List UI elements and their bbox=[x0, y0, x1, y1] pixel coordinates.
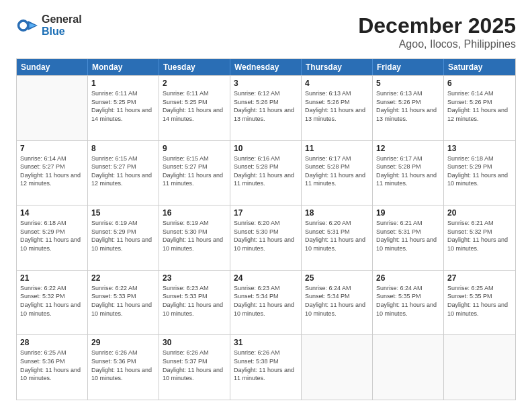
calendar-row-2: 7Sunrise: 6:14 AMSunset: 5:27 PMDaylight… bbox=[17, 140, 515, 205]
header-day-thursday: Thursday bbox=[302, 59, 373, 75]
cal-cell-empty-4-5 bbox=[373, 335, 444, 400]
svg-point-1 bbox=[19, 21, 27, 29]
day-info: Sunrise: 6:23 AMSunset: 5:33 PMDaylight:… bbox=[163, 284, 226, 318]
cal-cell-empty-0-0 bbox=[17, 76, 88, 140]
day-info: Sunrise: 6:24 AMSunset: 5:34 PMDaylight:… bbox=[305, 284, 369, 318]
cal-cell-23: 23Sunrise: 6:23 AMSunset: 5:33 PMDayligh… bbox=[159, 271, 230, 335]
day-number: 22 bbox=[91, 273, 155, 283]
calendar-row-5: 28Sunrise: 6:25 AMSunset: 5:36 PMDayligh… bbox=[17, 334, 515, 400]
day-number: 12 bbox=[376, 144, 440, 153]
day-number: 31 bbox=[234, 338, 298, 347]
cal-cell-13: 13Sunrise: 6:18 AMSunset: 5:29 PMDayligh… bbox=[444, 141, 515, 205]
cal-cell-31: 31Sunrise: 6:26 AMSunset: 5:38 PMDayligh… bbox=[230, 335, 302, 400]
cal-cell-18: 18Sunrise: 6:20 AMSunset: 5:31 PMDayligh… bbox=[302, 205, 373, 270]
day-info: Sunrise: 6:22 AMSunset: 5:33 PMDaylight:… bbox=[91, 284, 155, 318]
day-number: 30 bbox=[163, 338, 226, 347]
day-info: Sunrise: 6:25 AMSunset: 5:36 PMDaylight:… bbox=[20, 349, 84, 382]
day-info: Sunrise: 6:12 AMSunset: 5:26 PMDaylight:… bbox=[234, 89, 298, 123]
day-number: 28 bbox=[20, 338, 84, 347]
day-info: Sunrise: 6:13 AMSunset: 5:26 PMDaylight:… bbox=[305, 89, 369, 123]
day-number: 13 bbox=[447, 144, 512, 153]
day-info: Sunrise: 6:23 AMSunset: 5:34 PMDaylight:… bbox=[234, 284, 298, 318]
day-info: Sunrise: 6:15 AMSunset: 5:27 PMDaylight:… bbox=[163, 154, 226, 188]
cal-cell-22: 22Sunrise: 6:22 AMSunset: 5:33 PMDayligh… bbox=[88, 271, 159, 335]
cal-cell-10: 10Sunrise: 6:16 AMSunset: 5:28 PMDayligh… bbox=[230, 141, 302, 205]
day-number: 4 bbox=[305, 79, 369, 88]
header-day-wednesday: Wednesday bbox=[230, 59, 302, 75]
calendar-row-1: 1Sunrise: 6:11 AMSunset: 5:25 PMDaylight… bbox=[17, 75, 515, 140]
header-day-monday: Monday bbox=[88, 59, 159, 75]
cal-cell-29: 29Sunrise: 6:26 AMSunset: 5:36 PMDayligh… bbox=[88, 335, 159, 400]
day-number: 25 bbox=[305, 273, 369, 283]
day-info: Sunrise: 6:25 AMSunset: 5:35 PMDaylight:… bbox=[447, 284, 512, 318]
cal-cell-11: 11Sunrise: 6:17 AMSunset: 5:28 PMDayligh… bbox=[302, 141, 373, 205]
cal-cell-30: 30Sunrise: 6:26 AMSunset: 5:37 PMDayligh… bbox=[159, 335, 230, 400]
cal-cell-12: 12Sunrise: 6:17 AMSunset: 5:28 PMDayligh… bbox=[373, 141, 444, 205]
day-number: 29 bbox=[91, 338, 155, 347]
title-block: December 2025 Agoo, Ilocos, Philippines bbox=[358, 13, 516, 50]
cal-cell-19: 19Sunrise: 6:21 AMSunset: 5:31 PMDayligh… bbox=[373, 205, 444, 270]
page-subtitle: Agoo, Ilocos, Philippines bbox=[358, 38, 516, 50]
day-info: Sunrise: 6:13 AMSunset: 5:26 PMDaylight:… bbox=[376, 89, 440, 123]
day-info: Sunrise: 6:26 AMSunset: 5:37 PMDaylight:… bbox=[163, 349, 226, 382]
day-number: 9 bbox=[163, 144, 226, 153]
day-info: Sunrise: 6:11 AMSunset: 5:25 PMDaylight:… bbox=[163, 89, 226, 123]
day-number: 24 bbox=[234, 273, 298, 283]
cal-cell-16: 16Sunrise: 6:19 AMSunset: 5:30 PMDayligh… bbox=[159, 205, 230, 270]
cal-cell-20: 20Sunrise: 6:21 AMSunset: 5:32 PMDayligh… bbox=[444, 205, 515, 270]
day-info: Sunrise: 6:14 AMSunset: 5:27 PMDaylight:… bbox=[20, 154, 84, 188]
cal-cell-27: 27Sunrise: 6:25 AMSunset: 5:35 PMDayligh… bbox=[444, 271, 515, 335]
day-info: Sunrise: 6:24 AMSunset: 5:35 PMDaylight:… bbox=[376, 284, 440, 318]
cal-cell-26: 26Sunrise: 6:24 AMSunset: 5:35 PMDayligh… bbox=[373, 271, 444, 335]
cal-cell-21: 21Sunrise: 6:22 AMSunset: 5:32 PMDayligh… bbox=[17, 271, 88, 335]
day-number: 17 bbox=[234, 208, 298, 218]
day-number: 23 bbox=[163, 273, 226, 283]
day-info: Sunrise: 6:11 AMSunset: 5:25 PMDaylight:… bbox=[91, 89, 155, 123]
page: General Blue December 2025 Agoo, Ilocos,… bbox=[0, 0, 532, 411]
day-number: 19 bbox=[376, 208, 440, 218]
day-number: 26 bbox=[376, 273, 440, 283]
cal-cell-6: 6Sunrise: 6:14 AMSunset: 5:26 PMDaylight… bbox=[444, 76, 515, 140]
day-info: Sunrise: 6:18 AMSunset: 5:29 PMDaylight:… bbox=[447, 154, 512, 188]
day-info: Sunrise: 6:14 AMSunset: 5:26 PMDaylight:… bbox=[447, 89, 512, 123]
day-info: Sunrise: 6:17 AMSunset: 5:28 PMDaylight:… bbox=[305, 154, 369, 188]
calendar-row-4: 21Sunrise: 6:22 AMSunset: 5:32 PMDayligh… bbox=[17, 270, 515, 335]
cal-cell-24: 24Sunrise: 6:23 AMSunset: 5:34 PMDayligh… bbox=[230, 271, 302, 335]
day-info: Sunrise: 6:15 AMSunset: 5:27 PMDaylight:… bbox=[91, 154, 155, 188]
day-info: Sunrise: 6:20 AMSunset: 5:30 PMDaylight:… bbox=[234, 219, 298, 253]
header: General Blue December 2025 Agoo, Ilocos,… bbox=[16, 13, 516, 50]
cal-cell-25: 25Sunrise: 6:24 AMSunset: 5:34 PMDayligh… bbox=[302, 271, 373, 335]
cal-cell-empty-4-6 bbox=[444, 335, 515, 400]
day-number: 7 bbox=[20, 144, 84, 153]
day-number: 5 bbox=[376, 79, 440, 88]
day-info: Sunrise: 6:21 AMSunset: 5:31 PMDaylight:… bbox=[376, 219, 440, 253]
header-day-saturday: Saturday bbox=[444, 59, 515, 75]
cal-cell-28: 28Sunrise: 6:25 AMSunset: 5:36 PMDayligh… bbox=[17, 335, 88, 400]
cal-cell-15: 15Sunrise: 6:19 AMSunset: 5:29 PMDayligh… bbox=[88, 205, 159, 270]
day-number: 3 bbox=[234, 79, 298, 88]
day-info: Sunrise: 6:19 AMSunset: 5:29 PMDaylight:… bbox=[91, 219, 155, 253]
cal-cell-17: 17Sunrise: 6:20 AMSunset: 5:30 PMDayligh… bbox=[230, 205, 302, 270]
day-info: Sunrise: 6:20 AMSunset: 5:31 PMDaylight:… bbox=[305, 219, 369, 253]
calendar-header: SundayMondayTuesdayWednesdayThursdayFrid… bbox=[17, 59, 515, 75]
cal-cell-empty-4-4 bbox=[302, 335, 373, 400]
cal-cell-9: 9Sunrise: 6:15 AMSunset: 5:27 PMDaylight… bbox=[159, 141, 230, 205]
page-title: December 2025 bbox=[358, 13, 516, 38]
cal-cell-3: 3Sunrise: 6:12 AMSunset: 5:26 PMDaylight… bbox=[230, 76, 302, 140]
day-info: Sunrise: 6:26 AMSunset: 5:36 PMDaylight:… bbox=[91, 349, 155, 382]
header-day-tuesday: Tuesday bbox=[159, 59, 230, 75]
day-number: 18 bbox=[305, 208, 369, 218]
cal-cell-1: 1Sunrise: 6:11 AMSunset: 5:25 PMDaylight… bbox=[88, 76, 159, 140]
logo: General Blue bbox=[16, 13, 82, 37]
day-number: 27 bbox=[447, 273, 512, 283]
day-info: Sunrise: 6:26 AMSunset: 5:38 PMDaylight:… bbox=[234, 349, 298, 382]
calendar-body: 1Sunrise: 6:11 AMSunset: 5:25 PMDaylight… bbox=[17, 75, 515, 400]
day-number: 1 bbox=[91, 79, 155, 88]
header-day-sunday: Sunday bbox=[17, 59, 88, 75]
day-number: 2 bbox=[163, 79, 226, 88]
cal-cell-5: 5Sunrise: 6:13 AMSunset: 5:26 PMDaylight… bbox=[373, 76, 444, 140]
calendar: SundayMondayTuesdayWednesdayThursdayFrid… bbox=[16, 58, 516, 400]
day-info: Sunrise: 6:16 AMSunset: 5:28 PMDaylight:… bbox=[234, 154, 298, 188]
day-number: 15 bbox=[91, 208, 155, 218]
logo-icon bbox=[16, 15, 38, 36]
